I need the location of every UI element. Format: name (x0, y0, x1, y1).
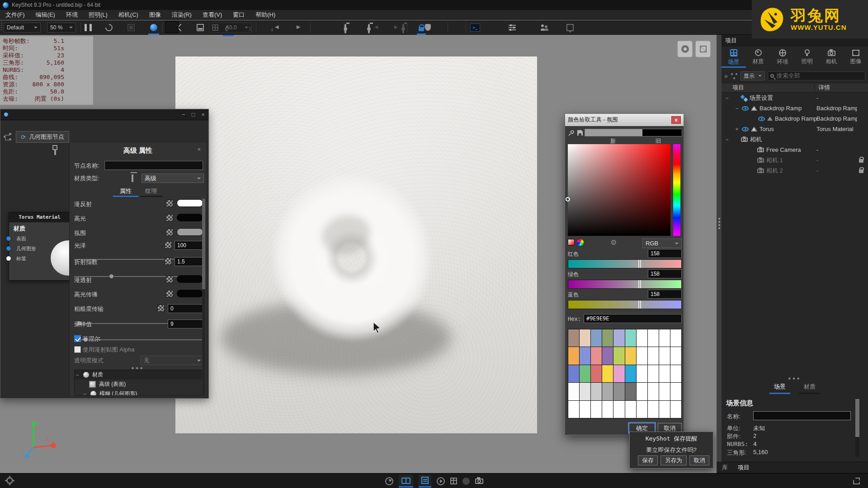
node-name-input[interactable] (104, 161, 203, 170)
scene-tree-row[interactable]: Free Camera - (722, 145, 868, 155)
popout-icon[interactable] (54, 146, 56, 155)
close-icon[interactable]: x (671, 116, 681, 124)
color-swatch[interactable] (613, 347, 624, 364)
render-viewport[interactable] (175, 56, 537, 433)
diffuse-texture-icon[interactable] (166, 200, 173, 207)
tree-row-material[interactable]: − 材质 (75, 370, 203, 380)
color-swatch[interactable] (625, 383, 636, 400)
minimize-icon[interactable]: − (182, 110, 185, 120)
menu-item[interactable]: 文件(F) (0, 10, 30, 20)
scene-name-input[interactable] (753, 411, 851, 420)
project-button[interactable] (419, 475, 431, 488)
menu-item[interactable]: 帮助(H) (250, 10, 281, 20)
color-swatch[interactable] (568, 383, 579, 400)
save-color-icon[interactable] (576, 129, 584, 136)
color-swatch[interactable] (591, 365, 602, 382)
color-swatch[interactable] (580, 365, 590, 382)
specular-color-swatch[interactable] (177, 214, 203, 221)
green-slider[interactable] (568, 280, 682, 289)
color-swatch[interactable] (602, 347, 613, 364)
specular-trans-swatch[interactable] (177, 290, 203, 297)
configurator-icon[interactable] (462, 478, 470, 485)
color-swatch[interactable] (659, 329, 670, 347)
tab-textures[interactable]: 纹理 (142, 187, 160, 195)
project-tab[interactable]: 图像 (844, 47, 868, 68)
scene-tree-row[interactable]: − Backdrop Ramp Backdrop Ramp ... (722, 103, 868, 113)
fullscreen-icon[interactable] (853, 478, 860, 484)
frame-icon[interactable] (197, 24, 204, 31)
focal-length-field[interactable]: 50.0 (209, 23, 251, 33)
expander-icon[interactable]: − (724, 95, 730, 101)
color-swatch[interactable] (648, 401, 659, 418)
viewport-cube-button[interactable] (695, 41, 711, 57)
next-camera-icon[interactable]: ▶ (297, 23, 300, 31)
menu-item[interactable]: 查看(V) (197, 10, 227, 20)
color-swatch[interactable] (637, 365, 647, 382)
color-swatch[interactable] (670, 383, 681, 400)
close-icon[interactable]: × (201, 110, 205, 120)
import-icon[interactable] (385, 477, 393, 485)
node-graph-icon[interactable] (3, 132, 12, 141)
material-type-dropdown[interactable]: 高级 (142, 174, 204, 183)
hue-strip[interactable] (673, 144, 680, 236)
specular-texture-icon[interactable] (166, 214, 173, 221)
color-swatch[interactable] (580, 401, 590, 418)
samples-input[interactable]: 9 (168, 319, 204, 328)
mid-tab[interactable]: 场景 (769, 383, 790, 394)
color-swatch[interactable] (625, 347, 636, 364)
roughness-trans-input[interactable]: 0 (168, 304, 204, 313)
blue-input[interactable]: 158 (648, 290, 682, 299)
eye-icon[interactable] (758, 117, 765, 121)
color-swatch[interactable] (648, 383, 659, 400)
color-swatch[interactable] (591, 401, 602, 418)
fresnel-checkbox[interactable]: 菲涅尔 (74, 335, 100, 343)
color-swatch[interactable] (659, 365, 670, 382)
color-swatch[interactable] (625, 401, 636, 418)
prev-camera-icon[interactable]: ◀ (275, 23, 278, 31)
color-swatch[interactable] (602, 401, 613, 418)
render-loop-icon[interactable] (104, 23, 114, 33)
scene-tree-row[interactable]: 相机 1 - (722, 155, 868, 165)
viewport-ring-button[interactable] (677, 41, 693, 57)
project-tab[interactable]: 环境 (770, 47, 795, 68)
color-swatch[interactable] (591, 383, 602, 400)
tune-settings-icon[interactable] (509, 24, 516, 31)
filter-icon[interactable] (731, 73, 738, 79)
pause-render-icon[interactable] (85, 24, 92, 31)
scene-tree-row[interactable]: − 相机 (722, 134, 868, 145)
color-swatch[interactable] (637, 383, 647, 400)
color-swatch[interactable] (625, 329, 636, 347)
torus-material-node[interactable]: Torus Material 材质 表面 几何图形 标签 (9, 212, 71, 281)
camera-reset-icon[interactable] (402, 24, 404, 33)
color-swatch[interactable] (625, 365, 636, 382)
collapse-all-icon[interactable]: » (724, 72, 728, 80)
color-swatch[interactable] (659, 347, 670, 364)
color-swatch[interactable] (659, 383, 670, 400)
project-tab[interactable]: 材质 (746, 47, 770, 68)
shield-icon[interactable] (425, 24, 431, 31)
blue-slider[interactable] (568, 300, 682, 309)
add-camera-icon[interactable] (344, 24, 346, 33)
color-swatch[interactable] (613, 365, 624, 382)
color-swatch[interactable] (648, 329, 659, 347)
expander-icon[interactable]: − (734, 105, 740, 112)
color-swatch[interactable] (580, 347, 590, 364)
ior-texture-icon[interactable] (165, 258, 172, 265)
lock-camera-icon[interactable] (419, 27, 424, 31)
zoom-level-dropdown[interactable]: 50 % (47, 23, 76, 33)
color-swatch[interactable] (670, 347, 681, 364)
saturation-value-area[interactable] (568, 144, 670, 236)
color-swatch[interactable] (580, 329, 590, 347)
color-swatch[interactable] (602, 329, 613, 347)
gradient-mode-icon[interactable] (568, 239, 575, 245)
color-picker-titlebar[interactable]: 颜色拾取工具 - 氛围 x (565, 114, 684, 126)
cancel-button[interactable]: 取消 (689, 455, 709, 465)
color-swatch[interactable] (637, 329, 647, 347)
color-swatch[interactable] (648, 347, 659, 364)
eye-icon[interactable] (742, 127, 749, 131)
close-icon[interactable]: × (197, 145, 201, 155)
tab-properties[interactable]: 属性 (117, 187, 135, 195)
maximize-icon[interactable]: □ (192, 110, 195, 120)
color-swatch[interactable] (637, 401, 647, 418)
menu-item[interactable]: 环境 (61, 10, 83, 20)
